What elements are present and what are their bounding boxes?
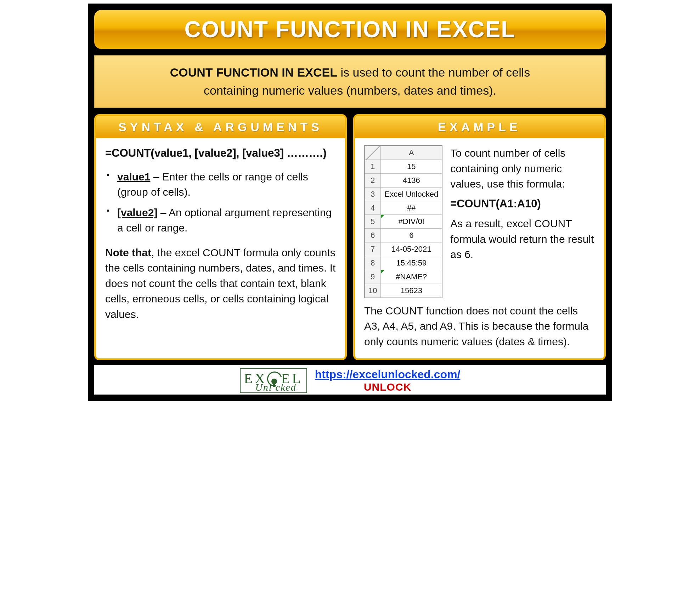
sheet-cell: 15	[381, 160, 442, 173]
logo-c-icon	[266, 371, 282, 386]
sheet-header-row: A	[365, 146, 442, 160]
sheet-cell: ##	[381, 201, 442, 215]
example-panel: EXAMPLE A 115241363Excel Unlocked4##5#DI…	[353, 114, 606, 360]
syntax-header: SYNTAX & ARGUMENTS	[96, 116, 345, 138]
intro-text-2: containing numeric values (numbers, date…	[204, 84, 496, 97]
sheet-cell: 6	[381, 229, 442, 242]
sheet-row-number: 8	[365, 256, 381, 270]
footer: EX EL Unl cked https://excelunlocked.com…	[94, 365, 606, 395]
syntax-body: =COUNT(value1, [value2], [value3] ……….) …	[96, 138, 345, 358]
sheet-cell: Excel Unlocked	[381, 187, 442, 201]
example-top-row: A 115241363Excel Unlocked4##5#DIV/0!6671…	[364, 145, 595, 298]
intro-strong: COUNT FUNCTION IN EXCEL	[170, 66, 337, 79]
arg-name: value1	[117, 171, 150, 183]
sheet-table: A 115241363Excel Unlocked4##5#DIV/0!6671…	[365, 146, 442, 298]
example-intro: To count number of cells containing only…	[450, 145, 595, 192]
example-formula: =COUNT(A1:A10)	[450, 196, 595, 212]
sheet-cell: 15623	[381, 284, 442, 297]
sheet-row: 66	[365, 229, 442, 242]
sheet-row-number: 10	[365, 284, 381, 297]
example-side-text: To count number of cells containing only…	[450, 145, 595, 298]
sheet-row: 115	[365, 160, 442, 173]
sheet-row-number: 3	[365, 187, 381, 201]
syntax-note: Note that, the excel COUNT formula only …	[105, 245, 336, 322]
sheet-cell: 14-05-2021	[381, 242, 442, 256]
syntax-panel: SYNTAX & ARGUMENTS =COUNT(value1, [value…	[94, 114, 347, 360]
example-below: The COUNT function does not count the ce…	[364, 303, 595, 350]
example-body: A 115241363Excel Unlocked4##5#DIV/0!6671…	[355, 138, 604, 358]
infographic-frame: COUNT FUNCTION IN EXCEL COUNT FUNCTION I…	[88, 4, 612, 401]
sheet-cell: 15:45:59	[381, 256, 442, 270]
intro-text-1: is used to count the number of cells	[337, 66, 530, 79]
note-strong: Note that	[105, 247, 151, 258]
example-result: As a result, excel COUNT formula would r…	[450, 216, 595, 262]
logo: EX EL Unl cked	[240, 368, 307, 393]
title-banner: COUNT FUNCTION IN EXCEL	[94, 10, 606, 49]
keyhole-icon	[271, 379, 277, 384]
syntax-formula: =COUNT(value1, [value2], [value3] ……….)	[105, 145, 336, 161]
argument-item: [value2] – An optional argument represen…	[105, 205, 336, 236]
sheet-row: 1015623	[365, 284, 442, 297]
sheet-cell: #NAME?	[381, 270, 442, 284]
sheet-row-number: 5	[365, 215, 381, 229]
sheet-col-header: A	[381, 146, 442, 160]
page-title: COUNT FUNCTION IN EXCEL	[98, 16, 602, 43]
footer-unlock: UNLOCK	[315, 381, 461, 393]
sheet-row: 815:45:59	[365, 256, 442, 270]
sheet-row-number: 9	[365, 270, 381, 284]
argument-list: value1 – Enter the cells or range of cel…	[105, 169, 336, 236]
sheet-cell: 4136	[381, 173, 442, 187]
sheet-row-number: 4	[365, 201, 381, 215]
sheet-row: 714-05-2021	[365, 242, 442, 256]
mini-spreadsheet: A 115241363Excel Unlocked4##5#DIV/0!6671…	[364, 145, 442, 298]
sheet-row-number: 7	[365, 242, 381, 256]
example-header: EXAMPLE	[355, 116, 604, 138]
intro-box: COUNT FUNCTION IN EXCEL is used to count…	[94, 55, 606, 108]
sheet-row: 5#DIV/0!	[365, 215, 442, 229]
sheet-row-number: 6	[365, 229, 381, 242]
argument-item: value1 – Enter the cells or range of cel…	[105, 169, 336, 200]
sheet-row: 4##	[365, 201, 442, 215]
sheet-cell: #DIV/0!	[381, 215, 442, 229]
sheet-row-number: 2	[365, 173, 381, 187]
footer-right: https://excelunlocked.com/ UNLOCK	[315, 368, 461, 393]
footer-link[interactable]: https://excelunlocked.com/	[315, 368, 461, 381]
sheet-row: 9#NAME?	[365, 270, 442, 284]
sheet-corner	[365, 146, 381, 160]
arg-name: [value2]	[117, 207, 157, 218]
sheet-row: 3Excel Unlocked	[365, 187, 442, 201]
sheet-row: 24136	[365, 173, 442, 187]
sheet-row-number: 1	[365, 160, 381, 173]
columns: SYNTAX & ARGUMENTS =COUNT(value1, [value…	[94, 114, 606, 360]
